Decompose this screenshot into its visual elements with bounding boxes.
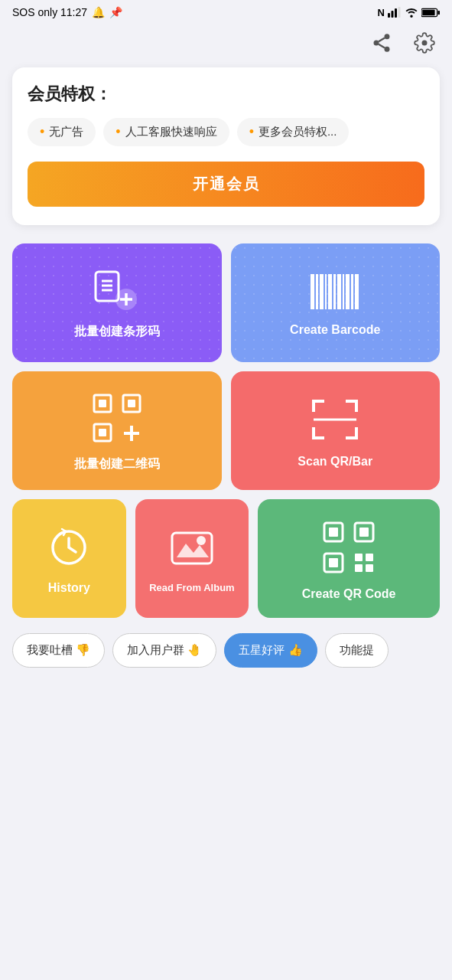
svg-point-8 bbox=[374, 41, 379, 46]
vip-open-button[interactable]: 开通会员 bbox=[28, 162, 424, 207]
share-icon bbox=[371, 32, 392, 54]
scan-qr-label: Scan QR/Bar bbox=[298, 455, 372, 469]
batch-barcode-icon bbox=[93, 270, 141, 313]
svg-rect-20 bbox=[316, 274, 318, 309]
main-grid: 批量创建条形码 Create Barcode bbox=[0, 243, 452, 490]
vip-badge-2: 人工客服快速响应 bbox=[103, 118, 229, 146]
svg-rect-35 bbox=[99, 429, 106, 436]
batch-barcode-label: 批量创建条形码 bbox=[74, 324, 160, 340]
suggest-button[interactable]: 功能提 bbox=[325, 633, 389, 668]
scan-qr-item[interactable]: Scan QR/Bar bbox=[231, 371, 441, 490]
svg-rect-25 bbox=[337, 274, 341, 309]
batch-qr-icon bbox=[93, 394, 141, 446]
pin-icon: 📌 bbox=[109, 6, 122, 18]
status-bar: SOS only 11:27 🔔 📌 N bbox=[0, 0, 452, 24]
feedback-button[interactable]: 我要吐槽 👎 bbox=[12, 633, 105, 668]
svg-rect-23 bbox=[328, 274, 332, 309]
create-qr-icon bbox=[323, 521, 375, 577]
svg-rect-6 bbox=[437, 10, 440, 14]
svg-rect-48 bbox=[355, 554, 363, 561]
batch-barcode-item[interactable]: 批量创建条形码 bbox=[12, 243, 222, 362]
read-album-icon bbox=[171, 528, 213, 571]
create-barcode-item[interactable]: Create Barcode bbox=[231, 243, 441, 362]
svg-rect-0 bbox=[388, 13, 390, 18]
create-barcode-label: Create Barcode bbox=[290, 323, 380, 337]
svg-rect-28 bbox=[351, 274, 353, 309]
svg-rect-45 bbox=[359, 528, 369, 537]
svg-rect-19 bbox=[311, 274, 314, 309]
svg-rect-49 bbox=[366, 554, 373, 561]
read-album-item[interactable]: Read From Album bbox=[135, 499, 249, 618]
svg-rect-50 bbox=[355, 564, 363, 572]
batch-qr-item[interactable]: 批量创建二维码 bbox=[12, 371, 222, 490]
svg-rect-33 bbox=[128, 400, 135, 407]
svg-rect-40 bbox=[172, 533, 212, 564]
create-qr-label: Create QR Code bbox=[302, 587, 396, 601]
svg-rect-47 bbox=[329, 558, 338, 567]
status-right: N bbox=[378, 7, 440, 18]
share-button[interactable] bbox=[366, 28, 397, 58]
history-icon bbox=[49, 528, 89, 570]
bottom-grid: History Read From Album bbox=[0, 499, 452, 618]
bell-icon: 🔔 bbox=[92, 6, 105, 18]
svg-rect-21 bbox=[320, 274, 324, 309]
svg-line-11 bbox=[379, 38, 385, 42]
svg-point-7 bbox=[385, 34, 390, 39]
create-barcode-icon bbox=[311, 274, 359, 312]
vip-card: 会员特权： 无广告 人工客服快速响应 更多会员特权... 开通会员 bbox=[12, 67, 440, 225]
vip-title: 会员特权： bbox=[28, 83, 424, 106]
svg-rect-27 bbox=[346, 274, 350, 309]
read-album-label: Read From Album bbox=[149, 582, 234, 593]
scan-icon bbox=[311, 398, 359, 444]
status-left: SOS only 11:27 🔔 📌 bbox=[12, 6, 122, 18]
status-text: SOS only 11:27 bbox=[12, 6, 87, 18]
nfc-icon: N bbox=[378, 7, 385, 18]
svg-rect-24 bbox=[333, 274, 336, 309]
toolbar bbox=[0, 24, 452, 67]
wifi-icon bbox=[405, 7, 418, 18]
svg-rect-1 bbox=[392, 11, 394, 18]
bottom-bar: 我要吐槽 👎 加入用户群 🤚 五星好评 👍 功能提 bbox=[0, 633, 452, 683]
history-item[interactable]: History bbox=[12, 499, 126, 618]
join-group-button[interactable]: 加入用户群 🤚 bbox=[112, 633, 216, 668]
settings-icon bbox=[414, 32, 435, 54]
battery-icon bbox=[421, 8, 440, 18]
svg-point-41 bbox=[197, 536, 206, 545]
signal-icon bbox=[388, 7, 402, 18]
create-qr-item[interactable]: Create QR Code bbox=[258, 499, 440, 618]
vip-badges: 无广告 人工客服快速响应 更多会员特权... bbox=[28, 118, 424, 146]
settings-button[interactable] bbox=[409, 28, 440, 58]
svg-rect-43 bbox=[329, 528, 338, 537]
vip-badge-1: 无广告 bbox=[28, 118, 96, 146]
svg-rect-3 bbox=[398, 7, 401, 18]
five-star-button[interactable]: 五星好评 👍 bbox=[224, 633, 317, 668]
svg-point-9 bbox=[385, 47, 390, 52]
svg-rect-26 bbox=[343, 274, 344, 309]
history-label: History bbox=[48, 581, 90, 595]
svg-rect-22 bbox=[325, 274, 327, 309]
svg-rect-31 bbox=[99, 400, 106, 407]
vip-badge-3: 更多会员特权... bbox=[237, 118, 350, 146]
batch-qr-label: 批量创建二维码 bbox=[74, 456, 160, 472]
svg-line-10 bbox=[379, 44, 385, 48]
svg-rect-2 bbox=[395, 8, 397, 18]
svg-rect-5 bbox=[422, 9, 434, 15]
svg-rect-29 bbox=[355, 274, 359, 309]
svg-rect-51 bbox=[366, 564, 373, 572]
